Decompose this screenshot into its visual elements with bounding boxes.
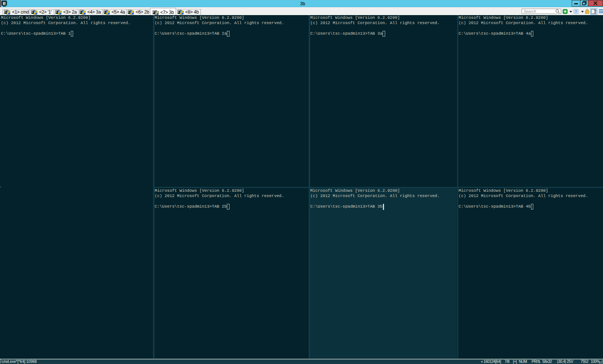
svg-text:7: 7	[575, 9, 577, 14]
